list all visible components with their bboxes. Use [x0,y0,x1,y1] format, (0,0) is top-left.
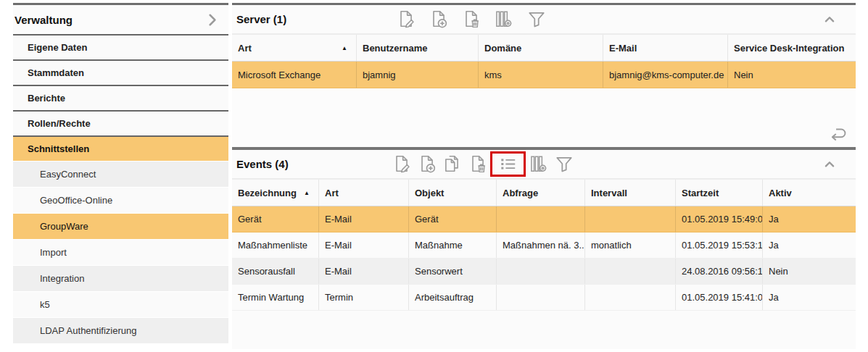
sidebar-item[interactable]: GeoOffice-Online [13,188,228,213]
events-table-header: Bezeichnung ▲ Art Objekt Abfrage Interva… [232,180,856,206]
cell-bezeichnung: Sensorausfall [232,259,319,284]
cell-bezeichnung: Termin Wartung [232,285,319,310]
sidebar-item[interactable]: Schnittstellen [13,135,228,161]
cell-bezeichnung: Maßnahmenliste [232,232,319,258]
sidebar-title: Verwaltung [15,14,73,26]
chevron-right-icon[interactable] [203,10,223,30]
sidebar-item[interactable]: Import [13,240,228,265]
column-header-intervall[interactable]: Intervall [585,180,676,206]
cell-objekt: Arbeitsauftrag [409,285,497,310]
sidebar-item[interactable]: Berichte [13,85,228,110]
server-table-body: Microsoft Exchange bjamnig kms bjamnig@k… [232,62,856,88]
cell-art: Termin [319,285,409,310]
chevron-up-icon[interactable] [821,11,848,28]
sidebar-item[interactable]: Stammdaten [13,59,228,85]
table-row[interactable]: Sensorausfall E-Mail Sensorwert 24.08.20… [232,259,856,285]
cell-service-desk-integration: Nein [728,62,856,88]
sidebar-item-label: Integration [13,273,84,284]
cell-aktiv: Ja [763,232,856,258]
cell-intervall [585,285,676,310]
events-panel: Events (4) Bezeichnung ▲ [232,150,856,349]
cell-startzeit: 01.05.2019 15:49:06 [676,206,763,232]
column-header-bezeichnung[interactable]: Bezeichnung ▲ [232,180,319,206]
sidebar: Verwaltung Eigene Daten Stammdaten Beric… [0,0,228,352]
add-icon[interactable] [429,9,448,29]
copy-icon[interactable] [442,154,462,174]
cell-aktiv: Nein [763,259,856,284]
column-header-aktiv[interactable]: Aktiv [763,180,856,206]
return-arrow-icon[interactable] [828,123,848,146]
cell-art: Microsoft Exchange [232,62,357,88]
sidebar-item[interactable]: LDAP Authentifizierung [13,318,228,343]
sidebar-item-label: Stammdaten [13,67,84,78]
sort-ascending-icon: ▲ [342,45,350,51]
sidebar-item[interactable]: EasyConnect [13,162,228,187]
sidebar-item-label: Import [13,247,67,258]
events-panel-header: Events (4) [232,150,856,180]
table-row[interactable]: Termin Wartung Termin Arbeitsauftrag 01.… [232,285,856,311]
column-config-icon[interactable] [529,154,548,174]
cell-objekt: Maßnahme [409,232,497,258]
sidebar-item-label: Rollen/Rechte [13,118,91,129]
cell-art: E-Mail [319,232,409,258]
table-row[interactable]: Gerät E-Mail Gerät 01.05.2019 15:49:06 J… [232,206,856,232]
sidebar-item[interactable]: GroupWare [13,214,228,239]
sidebar-item-label: GroupWare [13,221,88,232]
column-header-art[interactable]: Art [319,180,409,206]
list-icon[interactable] [498,154,518,174]
cell-abfrage [497,206,585,232]
sidebar-nav: Eigene Daten Stammdaten Berichte Rollen/… [13,34,228,343]
content-area: Server (1) Art ▲ Benutzername Domäne E-M… [228,0,868,352]
cell-startzeit: 24.08.2016 09:56:10 [676,259,763,284]
column-header-service-desk-integration[interactable]: Service Desk-Integration [728,35,856,61]
cell-abfrage [497,285,585,310]
edit-icon[interactable] [396,9,416,29]
column-header-abfrage[interactable]: Abfrage [497,180,585,206]
events-panel-title: Events (4) [236,158,289,170]
table-row[interactable]: Maßnahmenliste E-Mail Maßnahme Maßnahmen… [232,232,856,259]
cell-intervall: monatlich [585,232,676,258]
cell-abfrage [497,259,585,284]
table-row[interactable]: Microsoft Exchange bjamnig kms bjamnig@k… [232,62,856,88]
sidebar-item-label: EasyConnect [13,169,96,180]
add-icon[interactable] [417,154,437,174]
delete-icon[interactable] [461,9,481,29]
cell-objekt: Sensorwert [409,259,497,284]
cell-domaene: kms [479,62,603,88]
edit-icon[interactable] [392,154,411,174]
sidebar-item[interactable]: Rollen/Rechte [13,110,228,135]
sidebar-item[interactable]: Eigene Daten [13,34,228,59]
column-header-email[interactable]: E-Mail [603,35,728,61]
server-panel: Server (1) Art ▲ Benutzername Domäne E-M… [232,5,856,147]
cell-benutzername: bjamnig [357,62,479,88]
sidebar-header: Verwaltung [13,5,228,34]
app-window: Verwaltung Eigene Daten Stammdaten Beric… [0,0,868,352]
sort-ascending-icon: ▲ [304,190,313,196]
server-table-header: Art ▲ Benutzername Domäne E-Mail Service… [232,35,856,62]
sidebar-item-label: LDAP Authentifizierung [13,325,136,336]
sidebar-item-label: Berichte [13,93,65,104]
server-panel-header: Server (1) [232,5,856,35]
sidebar-item[interactable]: Integration [13,266,228,291]
sidebar-item-label: GeoOffice-Online [13,195,112,206]
column-config-icon[interactable] [494,9,513,29]
filter-icon[interactable] [554,154,574,174]
column-header-benutzername[interactable]: Benutzername [357,35,479,61]
chevron-up-icon[interactable] [821,156,848,173]
column-header-objekt[interactable]: Objekt [409,180,497,206]
cell-aktiv: Ja [763,285,856,310]
sidebar-item[interactable]: k5 [13,292,228,317]
server-panel-empty-area [232,88,856,147]
column-header-startzeit[interactable]: Startzeit [676,180,763,206]
filter-icon[interactable] [526,9,547,29]
column-header-domaene[interactable]: Domäne [479,35,603,61]
cell-intervall [585,259,676,284]
column-header-art[interactable]: Art ▲ [232,35,357,61]
server-toolbar [389,9,553,29]
sidebar-item-label: Schnittstellen [13,143,89,154]
server-panel-title: Server (1) [236,13,286,25]
events-table-body: Gerät E-Mail Gerät 01.05.2019 15:49:06 J… [232,206,856,311]
sidebar-item-label: k5 [13,299,50,310]
sidebar-item-label: Eigene Daten [13,42,87,53]
delete-icon[interactable] [468,154,487,174]
